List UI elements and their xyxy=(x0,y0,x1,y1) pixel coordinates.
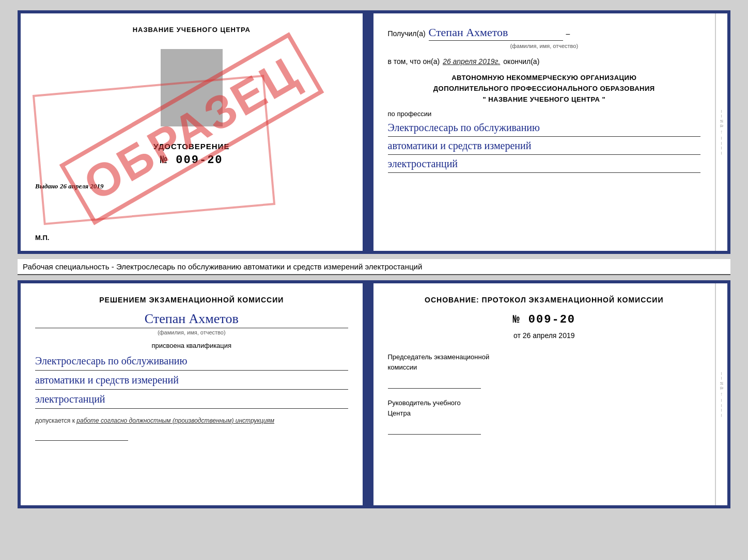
side-strip-top: – – и а ← – – – – xyxy=(715,13,727,251)
issued-prefix: Выдано xyxy=(35,182,58,190)
side-char-2: – xyxy=(719,115,725,118)
issued-date-label: Выдано 26 апреля 2019 xyxy=(35,182,348,190)
assigned-text: присвоена квалификация xyxy=(35,342,348,349)
bottom-document: Решением экзаменационной комиссии Степан… xyxy=(18,280,730,508)
chair-sig-line xyxy=(388,376,481,389)
head-label1: Руководитель учебного xyxy=(388,399,461,407)
side-char-b3: и xyxy=(719,382,725,385)
in-that-label: в том, что он(а) xyxy=(388,57,440,66)
profession-line2: автоматики и средств измерений xyxy=(388,138,701,155)
top-right-page: Получил(а) Степан Ахметов – (фамилия, им… xyxy=(373,13,715,251)
bottom-left-page: Решением экзаменационной комиссии Степан… xyxy=(21,283,364,505)
bottom-right-page: Основание: протокол экзаменационной коми… xyxy=(373,283,715,505)
specialty-text: Рабочая специальность - Электрослесарь п… xyxy=(18,259,730,275)
decision-title: Решением экзаменационной комиссии xyxy=(35,296,348,304)
side-char-9: – xyxy=(719,152,725,155)
side-char-4: а xyxy=(719,124,725,127)
chair-label2: комиссии xyxy=(388,363,417,371)
issued-date-value: 26 апреля 2019 xyxy=(60,182,104,190)
spine-divider-bottom xyxy=(364,283,373,505)
side-char-b5: ← xyxy=(719,392,725,397)
finished-date: 26 апреля 2019г. xyxy=(443,57,500,66)
qual-line1: Электрослесарь по обслуживанию xyxy=(35,353,348,371)
side-char-b9: – xyxy=(719,414,725,417)
org-line1: АВТОНОМНУЮ НЕКОММЕРЧЕСКУЮ ОРГАНИЗАЦИЮ xyxy=(388,73,701,84)
allowed-sig-line xyxy=(35,428,128,441)
chair-label1: Председатель экзаменационной xyxy=(388,353,490,361)
basis-title: Основание: протокол экзаменационной коми… xyxy=(388,296,701,304)
org-block: АВТОНОМНУЮ НЕКОММЕРЧЕСКУЮ ОРГАНИЗАЦИЮ ДО… xyxy=(388,73,701,105)
side-strip-bottom: – – и а ← – – – – xyxy=(715,283,727,505)
allowed-prefix: допускается к xyxy=(35,417,75,424)
head-sig-block: Руководитель учебного Центра xyxy=(388,398,701,435)
side-char-3: и xyxy=(719,120,725,123)
side-char-7: – xyxy=(719,142,725,145)
allowed-details: работе согласно должностным (производств… xyxy=(76,417,274,424)
side-char-b6: – xyxy=(719,399,725,402)
finished-label: окончил(а) xyxy=(503,57,539,66)
cert-type-label: УДОСТОВЕРЕНИЕ xyxy=(35,142,348,151)
org-line2: ДОПОЛНИТЕЛЬНОГО ПРОФЕССИОНАЛЬНОГО ОБРАЗО… xyxy=(388,84,701,94)
head-label2: Центра xyxy=(388,409,411,417)
name-subtitle-top: (фамилия, имя, отчество) xyxy=(388,43,701,49)
date-prefix: от xyxy=(513,331,521,340)
protocol-number: № 009-20 xyxy=(388,313,701,326)
side-char-5: ← xyxy=(719,130,725,135)
spine-divider xyxy=(364,13,373,251)
chair-sig-block: Председатель экзаменационной комиссии xyxy=(388,352,701,389)
protocol-date: от 26 апреля 2019 xyxy=(388,331,701,340)
chair-label: Председатель экзаменационной комиссии xyxy=(388,352,701,372)
top-left-page: НАЗВАНИЕ УЧЕБНОГО ЦЕНТРА УДОСТОВЕРЕНИЕ №… xyxy=(21,13,364,251)
side-char-6: – xyxy=(719,137,725,140)
head-sig-line xyxy=(388,422,481,435)
side-char-b1: – xyxy=(719,372,725,375)
head-label: Руководитель учебного Центра xyxy=(388,398,701,418)
photo-placeholder xyxy=(161,49,223,126)
side-char-b7: – xyxy=(719,404,725,407)
allowed-text: допускается к работе согласно должностны… xyxy=(35,417,348,424)
protocol-date-value: 26 апреля 2019 xyxy=(523,331,575,340)
qual-line3: электростанций xyxy=(35,391,348,409)
dash-after-name: – xyxy=(566,29,570,38)
profession-line3: электростанций xyxy=(388,156,701,173)
bottom-name-subtitle: (фамилия, имя, отчество) xyxy=(35,329,348,335)
profession-label: по профессии xyxy=(388,110,701,118)
side-char-b2: – xyxy=(719,377,725,380)
received-label: Получил(а) xyxy=(388,29,426,38)
mp-label: М.П. xyxy=(35,234,49,242)
cert-number: № 009-20 xyxy=(35,154,348,167)
org-line3: " НАЗВАНИЕ УЧЕБНОГО ЦЕНТРА " xyxy=(388,94,701,105)
side-char-1: – xyxy=(719,110,725,113)
side-char-b8: – xyxy=(719,409,725,412)
qual-line2: автоматики и средств измерений xyxy=(35,372,348,390)
top-document: НАЗВАНИЕ УЧЕБНОГО ЦЕНТРА УДОСТОВЕРЕНИЕ №… xyxy=(18,10,730,254)
bottom-name: Степан Ахметов xyxy=(35,311,348,328)
recipient-name: Степан Ахметов xyxy=(429,26,563,41)
profession-line1: Электрослесарь по обслуживанию xyxy=(388,120,701,137)
school-name-top: НАЗВАНИЕ УЧЕБНОГО ЦЕНТРА xyxy=(35,26,348,34)
date-line: в том, что он(а) 26 апреля 2019г. окончи… xyxy=(388,57,701,66)
side-char-b4: а xyxy=(719,387,725,390)
received-line: Получил(а) Степан Ахметов – xyxy=(388,26,701,41)
side-char-8: – xyxy=(719,147,725,150)
